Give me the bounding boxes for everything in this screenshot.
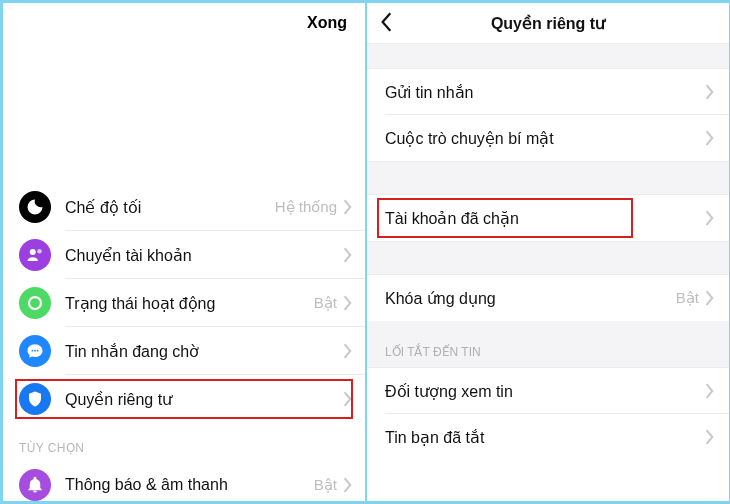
chevron-right-icon bbox=[705, 290, 715, 306]
left-header: Xong bbox=[3, 3, 365, 43]
switch-account-icon bbox=[19, 239, 51, 271]
row-notifications[interactable]: Thông báo & âm thanh Bật bbox=[3, 461, 365, 501]
bell-icon bbox=[19, 469, 51, 501]
row-muted-stories[interactable]: Tin bạn đã tắt bbox=[367, 414, 729, 460]
settings-panel: Xong Chế độ tối Hệ thống Chuyển tài khoả… bbox=[3, 3, 365, 501]
shield-icon bbox=[19, 383, 51, 415]
chevron-right-icon bbox=[343, 343, 353, 359]
row-label: Tin nhắn đang chờ bbox=[65, 342, 343, 361]
section-header-story-shortcuts: LỐI TẮT ĐẾN TIN bbox=[367, 321, 729, 368]
row-label: Thông báo & âm thanh bbox=[65, 476, 314, 494]
row-label: Chế độ tối bbox=[65, 198, 275, 217]
done-button[interactable]: Xong bbox=[307, 14, 347, 32]
row-label: Khóa ứng dụng bbox=[385, 289, 676, 308]
chevron-right-icon bbox=[343, 295, 353, 311]
row-value: Bật bbox=[314, 294, 337, 312]
chevron-right-icon bbox=[343, 477, 353, 493]
chevron-right-icon bbox=[705, 84, 715, 100]
active-status-icon bbox=[19, 287, 51, 319]
row-secret-conversation[interactable]: Cuộc trò chuyện bí mật bbox=[367, 115, 729, 161]
row-switch-account[interactable]: Chuyển tài khoản bbox=[3, 231, 365, 279]
svg-point-1 bbox=[37, 249, 42, 254]
row-value: Hệ thống bbox=[275, 198, 337, 216]
moon-icon bbox=[19, 191, 51, 223]
row-label: Đối tượng xem tin bbox=[385, 382, 705, 401]
row-active-status[interactable]: Trạng thái hoạt động Bật bbox=[3, 279, 365, 327]
row-value: Bật bbox=[676, 289, 699, 307]
row-message-requests[interactable]: Tin nhắn đang chờ bbox=[3, 327, 365, 375]
row-privacy[interactable]: Quyền riêng tư bbox=[3, 375, 365, 423]
privacy-panel: Quyền riêng tư Gửi tin nhắn Cuộc trò chu… bbox=[367, 3, 729, 501]
back-button[interactable] bbox=[379, 11, 395, 33]
row-label: Gửi tin nhắn bbox=[385, 83, 705, 102]
row-app-lock[interactable]: Khóa ứng dụng Bật bbox=[367, 275, 729, 321]
svg-point-4 bbox=[34, 350, 36, 352]
message-icon bbox=[19, 335, 51, 367]
row-label: Tài khoản đã chặn bbox=[385, 209, 705, 228]
row-label: Cuộc trò chuyện bí mật bbox=[385, 129, 705, 148]
chevron-right-icon bbox=[705, 130, 715, 146]
svg-point-3 bbox=[31, 350, 33, 352]
chevron-right-icon bbox=[705, 429, 715, 445]
right-header: Quyền riêng tư bbox=[367, 3, 729, 43]
row-value: Bật bbox=[314, 476, 337, 494]
chevron-right-icon bbox=[343, 247, 353, 263]
page-title: Quyền riêng tư bbox=[491, 14, 605, 33]
row-story-audience[interactable]: Đối tượng xem tin bbox=[367, 368, 729, 414]
svg-point-0 bbox=[30, 249, 36, 255]
section-header-options: TÙY CHỌN bbox=[3, 423, 365, 461]
chevron-right-icon bbox=[705, 210, 715, 226]
chevron-right-icon bbox=[343, 199, 353, 215]
row-label: Tin bạn đã tắt bbox=[385, 428, 705, 447]
row-send-message[interactable]: Gửi tin nhắn bbox=[367, 69, 729, 115]
row-label: Quyền riêng tư bbox=[65, 390, 343, 409]
row-dark-mode[interactable]: Chế độ tối Hệ thống bbox=[3, 183, 365, 231]
chevron-right-icon bbox=[705, 383, 715, 399]
row-label: Chuyển tài khoản bbox=[65, 246, 343, 265]
row-label: Trạng thái hoạt động bbox=[65, 294, 314, 313]
svg-point-2 bbox=[29, 297, 41, 309]
row-blocked-accounts[interactable]: Tài khoản đã chặn bbox=[367, 195, 729, 241]
svg-point-5 bbox=[37, 350, 39, 352]
chevron-right-icon bbox=[343, 391, 353, 407]
